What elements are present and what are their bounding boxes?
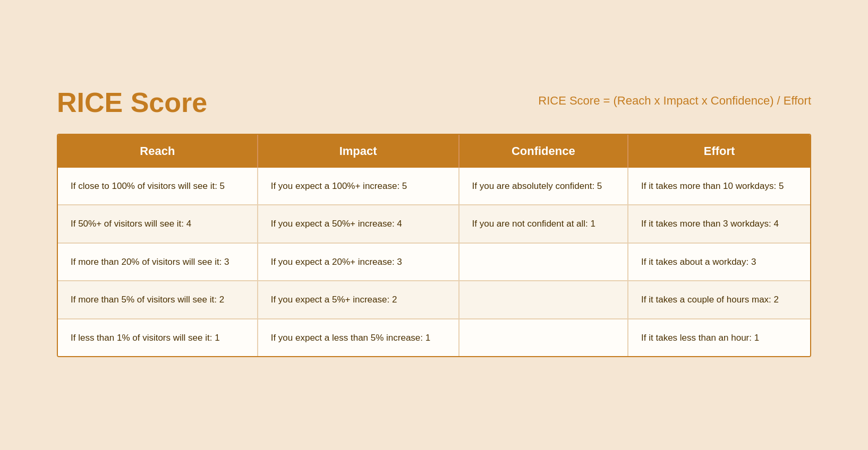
cell-reach: If less than 1% of visitors will see it:… <box>58 319 258 357</box>
cell-reach: If 50%+ of visitors will see it: 4 <box>58 205 258 244</box>
table-row: If more than 5% of visitors will see it:… <box>58 281 810 319</box>
header-section: RICE Score RICE Score = (Reach x Impact … <box>57 88 811 118</box>
cell-effort: If it takes about a workday: 3 <box>628 244 810 282</box>
cell-impact: If you expect a 100%+ increase: 5 <box>258 168 459 206</box>
cell-reach: If more than 5% of visitors will see it:… <box>58 281 258 319</box>
table-row: If close to 100% of visitors will see it… <box>58 168 810 206</box>
col-header-impact: Impact <box>258 135 459 168</box>
cell-confidence <box>459 244 629 282</box>
rice-table: Reach Impact Confidence Effort If close … <box>57 134 811 358</box>
table-header-row: Reach Impact Confidence Effort <box>58 135 810 168</box>
cell-reach: If more than 20% of visitors will see it… <box>58 244 258 282</box>
cell-effort: If it takes more than 10 workdays: 5 <box>628 168 810 206</box>
table-row: If more than 20% of visitors will see it… <box>58 244 810 282</box>
cell-impact: If you expect a 50%+ increase: 4 <box>258 205 459 244</box>
col-header-reach: Reach <box>58 135 258 168</box>
col-header-confidence: Confidence <box>459 135 629 168</box>
cell-confidence: If you are not confident at all: 1 <box>459 205 629 244</box>
col-header-effort: Effort <box>628 135 810 168</box>
table-row: If 50%+ of visitors will see it: 4If you… <box>58 205 810 244</box>
cell-impact: If you expect a 20%+ increase: 3 <box>258 244 459 282</box>
table-row: If less than 1% of visitors will see it:… <box>58 319 810 357</box>
cell-confidence: If you are absolutely confident: 5 <box>459 168 629 206</box>
page-container: RICE Score RICE Score = (Reach x Impact … <box>36 72 832 379</box>
formula-text: RICE Score = (Reach x Impact x Confidenc… <box>538 88 811 108</box>
cell-confidence <box>459 319 629 357</box>
cell-impact: If you expect a less than 5% increase: 1 <box>258 319 459 357</box>
cell-reach: If close to 100% of visitors will see it… <box>58 168 258 206</box>
cell-impact: If you expect a 5%+ increase: 2 <box>258 281 459 319</box>
cell-effort: If it takes a couple of hours max: 2 <box>628 281 810 319</box>
cell-confidence <box>459 281 629 319</box>
cell-effort: If it takes more than 3 workdays: 4 <box>628 205 810 244</box>
page-title: RICE Score <box>57 88 207 118</box>
cell-effort: If it takes less than an hour: 1 <box>628 319 810 357</box>
